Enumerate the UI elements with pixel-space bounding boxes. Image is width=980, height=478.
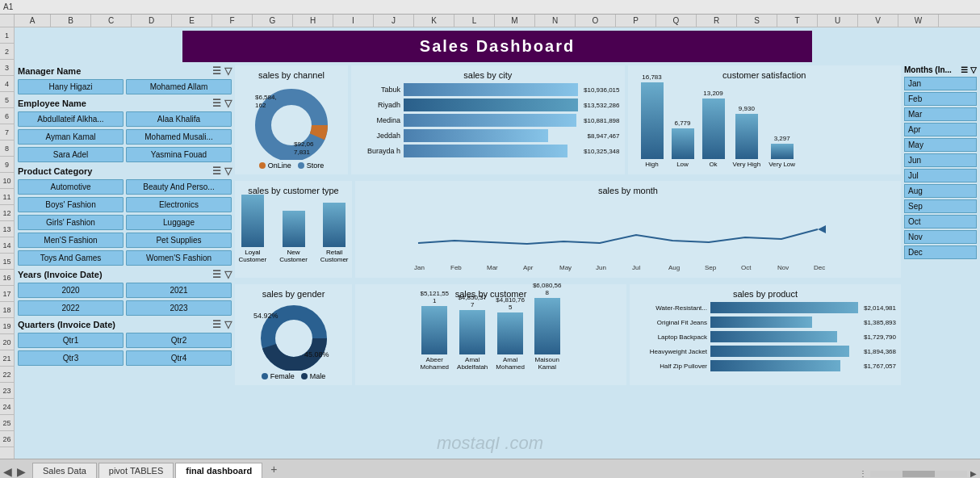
online-dot <box>259 162 266 169</box>
month-nov[interactable]: Nov <box>904 230 977 244</box>
scrollbar-thumb[interactable] <box>903 471 935 477</box>
qtr-btn-3[interactable]: Qtr3 <box>18 350 124 366</box>
rh-24: 24 <box>0 399 14 415</box>
month-aug[interactable]: Aug <box>904 184 977 198</box>
ctype-new: New Customer <box>279 211 308 263</box>
rh-17: 17 <box>0 286 14 302</box>
tab-pivot-tables[interactable]: pivot TABLES <box>98 463 174 478</box>
employee-btn-0[interactable]: Abdullateif Alkha... <box>18 111 124 127</box>
legend-male: Male <box>301 372 326 380</box>
customer-bars: $5,121,551 AbeerMohamed $4,850,377 AmalA… <box>360 302 622 371</box>
employee-btn-4[interactable]: Sara Adel <box>18 147 124 162</box>
col-e: E <box>172 15 212 27</box>
manager-filter-icon[interactable]: ▽ <box>224 65 232 77</box>
svg-text:$92,06: $92,06 <box>294 140 314 148</box>
tab-menu-icon[interactable]: ⋮ <box>859 469 867 478</box>
month-jan[interactable]: Jan <box>904 77 977 90</box>
employee-settings-icon[interactable]: ☰ <box>212 98 221 109</box>
month-line-svg: Jan Feb Mar Apr May Jun Jul Aug Sep Oct <box>360 199 896 271</box>
employee-btn-3[interactable]: Mohamed Musali... <box>126 129 232 145</box>
rh-25: 25 <box>0 415 14 431</box>
year-btn-2020[interactable]: 2020 <box>18 283 124 298</box>
qtr-btn-4[interactable]: Qtr4 <box>126 350 232 366</box>
cust-maisoun: $6,080,568 MaisounKamal <box>533 282 562 371</box>
tab-scroll-left[interactable]: ◀ <box>3 465 12 478</box>
tab-final-dashboard[interactable]: final dashboard <box>175 463 262 478</box>
col-l: L <box>454 15 495 27</box>
quarters-settings-icon[interactable]: ☰ <box>212 319 221 330</box>
tab-add-button[interactable]: + <box>264 460 283 478</box>
customer-chart-title: sales by customer <box>360 289 622 299</box>
product-filter-icons: ☰ ▽ <box>212 166 232 177</box>
rh-15: 15 <box>0 254 14 270</box>
month-mar[interactable]: Mar <box>904 107 977 121</box>
manager-btn-mohamed[interactable]: Mohamed Allam <box>126 79 232 94</box>
years-filter-icons: ☰ ▽ <box>212 269 232 280</box>
product-btn-7[interactable]: Pet Supplies <box>126 233 232 248</box>
sat-bar-low: 6,779 Low <box>672 120 694 168</box>
product-btn-3[interactable]: Electronics <box>126 197 232 212</box>
manager-filter-section: Manager Name ☰ ▽ Hany Higazi Mohamed All… <box>18 65 232 94</box>
years-settings-icon[interactable]: ☰ <box>212 269 221 280</box>
quarters-filter-icon[interactable]: ▽ <box>224 319 232 330</box>
rh-18: 18 <box>0 302 14 318</box>
row-headers: 1 2 3 4 5 6 7 8 9 10 11 12 13 14 15 16 1… <box>0 27 15 459</box>
year-btn-2022[interactable]: 2022 <box>18 300 124 316</box>
product-buttons: Automotive Beauty And Perso... Boys' Fas… <box>18 179 232 266</box>
product-btn-8[interactable]: Toys And Games <box>18 250 124 266</box>
rh-13: 13 <box>0 221 14 237</box>
month-jun[interactable]: Jun <box>904 153 977 167</box>
svg-text:45.08%: 45.08% <box>304 350 329 358</box>
rh-12: 12 <box>0 205 14 221</box>
ctype-bars: LoyalCustomer New Customer RetailCustome… <box>240 199 347 263</box>
product-btn-2[interactable]: Boys' Fashion <box>18 197 124 212</box>
month-dec[interactable]: Dec <box>904 245 977 259</box>
excel-wrapper: A1 A B C D E F G H I J K L M N O P Q R S… <box>0 0 980 478</box>
tab-sales-data[interactable]: Sales Data <box>32 463 97 478</box>
product-btn-6[interactable]: Men'S Fashion <box>18 233 124 248</box>
month-apr[interactable]: Apr <box>904 123 977 136</box>
product-btn-0[interactable]: Automotive <box>18 179 124 195</box>
manager-btn-hany[interactable]: Hany Higazi <box>18 79 124 94</box>
qtr-btn-1[interactable]: Qtr1 <box>18 333 124 348</box>
months-settings-icon[interactable]: ☰ <box>961 65 968 74</box>
top-charts-row: sales by channel $6,584, 162 $92,06 <box>235 65 901 174</box>
rh-10: 10 <box>0 173 14 189</box>
year-btn-2021[interactable]: 2021 <box>126 283 232 298</box>
month-sep[interactable]: Sep <box>904 199 977 213</box>
product-filter-icon[interactable]: ▽ <box>224 166 232 177</box>
third-charts-row: sales by gender 54.92% 45.08% <box>235 284 901 385</box>
legend-female: Female <box>262 372 295 380</box>
manager-settings-icon[interactable]: ☰ <box>212 65 221 77</box>
month-jul[interactable]: Jul <box>904 169 977 182</box>
year-btn-2023[interactable]: 2023 <box>126 300 232 316</box>
col-w: W <box>898 15 939 27</box>
manager-filter-icons: ☰ ▽ <box>212 65 232 77</box>
product-btn-1[interactable]: Beauty And Perso... <box>126 179 232 195</box>
sat-bar-verylow: 3,297 Very Low <box>769 135 795 168</box>
middle-panel: sales by channel $6,584, 162 $92,06 <box>235 65 901 455</box>
month-feb[interactable]: Feb <box>904 92 977 106</box>
tab-scroll-right[interactable]: ▶ <box>17 465 26 478</box>
employee-btn-5[interactable]: Yasmina Fouad <box>126 147 232 162</box>
rh-23: 23 <box>0 383 14 399</box>
product-btn-4[interactable]: Girls' Fashion <box>18 215 124 230</box>
product-settings-icon[interactable]: ☰ <box>212 166 221 177</box>
col-r: R <box>697 15 737 27</box>
product-btn-9[interactable]: Women'S Fashion <box>126 250 232 266</box>
years-filter-icon[interactable]: ▽ <box>224 269 232 280</box>
month-may[interactable]: May <box>904 138 977 152</box>
rh-19: 19 <box>0 318 14 334</box>
employee-filter-icon[interactable]: ▽ <box>224 98 232 109</box>
scroll-right-icon[interactable]: ▶ <box>970 469 977 478</box>
months-filter-icon[interactable]: ▽ <box>970 65 977 74</box>
col-p: P <box>616 15 656 27</box>
qtr-btn-2[interactable]: Qtr2 <box>126 333 232 348</box>
rh-7: 7 <box>0 124 14 140</box>
product-btn-5[interactable]: Luggage <box>126 215 232 230</box>
scrollbar-track[interactable] <box>870 471 967 477</box>
city-row-tabuk: Tabuk $10,936,015 <box>356 83 620 96</box>
employee-btn-1[interactable]: Alaa Khalifa <box>126 111 232 127</box>
month-oct[interactable]: Oct <box>904 215 977 229</box>
employee-btn-2[interactable]: Ayman Kamal <box>18 129 124 145</box>
